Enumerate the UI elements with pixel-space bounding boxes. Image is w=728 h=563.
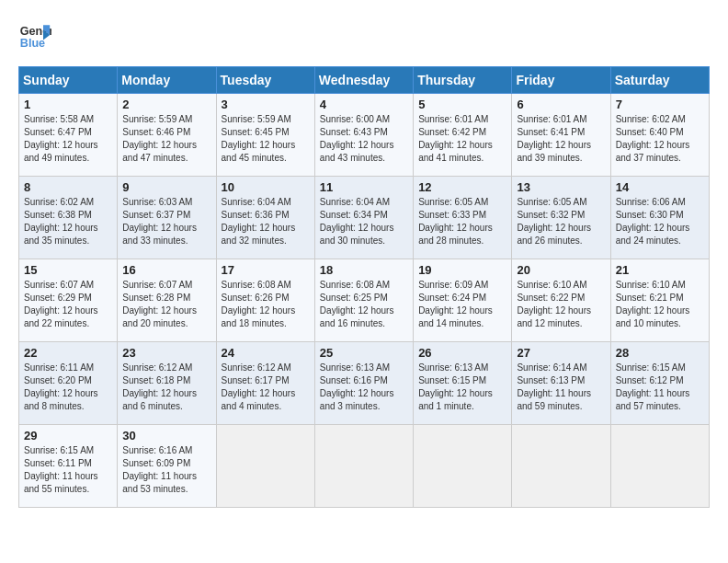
calendar-cell: 11Sunrise: 6:04 AMSunset: 6:34 PMDayligh… bbox=[314, 177, 413, 259]
calendar-cell: 3Sunrise: 5:59 AMSunset: 6:45 PMDaylight… bbox=[216, 94, 314, 177]
calendar-week-row: 22Sunrise: 6:11 AMSunset: 6:20 PMDayligh… bbox=[19, 342, 710, 425]
calendar-cell: 13Sunrise: 6:05 AMSunset: 6:32 PMDayligh… bbox=[512, 177, 610, 259]
day-number: 10 bbox=[222, 180, 310, 194]
day-info: Sunrise: 6:15 AMSunset: 6:12 PMDaylight:… bbox=[616, 362, 704, 413]
day-header-tuesday: Tuesday bbox=[216, 67, 314, 94]
calendar-cell: 12Sunrise: 6:05 AMSunset: 6:33 PMDayligh… bbox=[414, 177, 512, 259]
day-number: 14 bbox=[616, 180, 704, 194]
page-header: General Blue bbox=[18, 18, 710, 52]
calendar-cell: 16Sunrise: 6:07 AMSunset: 6:28 PMDayligh… bbox=[118, 259, 216, 342]
day-number: 19 bbox=[418, 263, 506, 277]
day-number: 12 bbox=[418, 180, 506, 194]
day-info: Sunrise: 6:08 AMSunset: 6:25 PMDaylight:… bbox=[320, 279, 408, 330]
calendar-cell bbox=[610, 425, 709, 508]
calendar-cell bbox=[216, 425, 314, 508]
day-info: Sunrise: 6:08 AMSunset: 6:26 PMDaylight:… bbox=[222, 279, 310, 330]
calendar-cell: 19Sunrise: 6:09 AMSunset: 6:24 PMDayligh… bbox=[414, 259, 512, 342]
day-info: Sunrise: 6:15 AMSunset: 6:11 PMDaylight:… bbox=[24, 444, 112, 496]
calendar-cell: 29Sunrise: 6:15 AMSunset: 6:11 PMDayligh… bbox=[19, 425, 118, 508]
calendar-cell: 8Sunrise: 6:02 AMSunset: 6:38 PMDaylight… bbox=[19, 177, 118, 259]
calendar-cell bbox=[414, 425, 512, 508]
day-number: 9 bbox=[122, 180, 210, 194]
day-number: 16 bbox=[122, 263, 210, 277]
calendar-header-row: SundayMondayTuesdayWednesdayThursdayFrid… bbox=[19, 67, 710, 94]
calendar-cell: 10Sunrise: 6:04 AMSunset: 6:36 PMDayligh… bbox=[216, 177, 314, 259]
calendar-cell: 21Sunrise: 6:10 AMSunset: 6:21 PMDayligh… bbox=[610, 259, 709, 342]
calendar-cell: 5Sunrise: 6:01 AMSunset: 6:42 PMDaylight… bbox=[414, 94, 512, 177]
day-info: Sunrise: 6:12 AMSunset: 6:17 PMDaylight:… bbox=[222, 362, 310, 413]
calendar-cell: 14Sunrise: 6:06 AMSunset: 6:30 PMDayligh… bbox=[610, 177, 709, 259]
day-header-thursday: Thursday bbox=[414, 67, 512, 94]
day-number: 6 bbox=[517, 98, 605, 111]
day-number: 27 bbox=[517, 346, 605, 360]
day-number: 3 bbox=[222, 98, 310, 111]
calendar-cell: 4Sunrise: 6:00 AMSunset: 6:43 PMDaylight… bbox=[314, 94, 413, 177]
day-number: 17 bbox=[222, 263, 310, 277]
day-info: Sunrise: 6:02 AMSunset: 6:38 PMDaylight:… bbox=[24, 196, 112, 247]
day-info: Sunrise: 5:59 AMSunset: 6:45 PMDaylight:… bbox=[222, 113, 310, 165]
day-info: Sunrise: 6:02 AMSunset: 6:40 PMDaylight:… bbox=[616, 113, 704, 165]
day-info: Sunrise: 5:58 AMSunset: 6:47 PMDaylight:… bbox=[24, 113, 112, 165]
day-info: Sunrise: 6:12 AMSunset: 6:18 PMDaylight:… bbox=[122, 362, 210, 413]
day-info: Sunrise: 6:05 AMSunset: 6:33 PMDaylight:… bbox=[418, 196, 506, 247]
logo-icon: General Blue bbox=[18, 18, 51, 52]
day-info: Sunrise: 6:10 AMSunset: 6:22 PMDaylight:… bbox=[517, 279, 605, 330]
day-info: Sunrise: 6:07 AMSunset: 6:28 PMDaylight:… bbox=[122, 279, 210, 330]
calendar-cell: 17Sunrise: 6:08 AMSunset: 6:26 PMDayligh… bbox=[216, 259, 314, 342]
day-number: 4 bbox=[320, 98, 408, 111]
day-info: Sunrise: 6:00 AMSunset: 6:43 PMDaylight:… bbox=[320, 113, 408, 165]
calendar-cell bbox=[512, 425, 610, 508]
day-header-friday: Friday bbox=[512, 67, 610, 94]
calendar-cell: 27Sunrise: 6:14 AMSunset: 6:13 PMDayligh… bbox=[512, 342, 610, 425]
calendar-cell: 28Sunrise: 6:15 AMSunset: 6:12 PMDayligh… bbox=[610, 342, 709, 425]
calendar-cell: 18Sunrise: 6:08 AMSunset: 6:25 PMDayligh… bbox=[314, 259, 413, 342]
day-info: Sunrise: 6:14 AMSunset: 6:13 PMDaylight:… bbox=[517, 362, 605, 413]
day-number: 21 bbox=[616, 263, 704, 277]
day-info: Sunrise: 5:59 AMSunset: 6:46 PMDaylight:… bbox=[122, 113, 210, 165]
day-number: 1 bbox=[24, 98, 112, 111]
calendar-cell: 2Sunrise: 5:59 AMSunset: 6:46 PMDaylight… bbox=[118, 94, 216, 177]
calendar-week-row: 8Sunrise: 6:02 AMSunset: 6:38 PMDaylight… bbox=[19, 177, 710, 259]
day-number: 7 bbox=[616, 98, 704, 111]
day-number: 2 bbox=[122, 98, 210, 111]
calendar-cell: 20Sunrise: 6:10 AMSunset: 6:22 PMDayligh… bbox=[512, 259, 610, 342]
day-number: 13 bbox=[517, 180, 605, 194]
day-number: 11 bbox=[320, 180, 408, 194]
calendar-week-row: 29Sunrise: 6:15 AMSunset: 6:11 PMDayligh… bbox=[19, 425, 710, 508]
day-info: Sunrise: 6:09 AMSunset: 6:24 PMDaylight:… bbox=[418, 279, 506, 330]
calendar-cell: 25Sunrise: 6:13 AMSunset: 6:16 PMDayligh… bbox=[314, 342, 413, 425]
svg-text:Blue: Blue bbox=[20, 37, 45, 50]
calendar-cell: 23Sunrise: 6:12 AMSunset: 6:18 PMDayligh… bbox=[118, 342, 216, 425]
day-info: Sunrise: 6:13 AMSunset: 6:16 PMDaylight:… bbox=[320, 362, 408, 413]
calendar-week-row: 1Sunrise: 5:58 AMSunset: 6:47 PMDaylight… bbox=[19, 94, 710, 177]
calendar-cell: 9Sunrise: 6:03 AMSunset: 6:37 PMDaylight… bbox=[118, 177, 216, 259]
day-info: Sunrise: 6:05 AMSunset: 6:32 PMDaylight:… bbox=[517, 196, 605, 247]
day-info: Sunrise: 6:03 AMSunset: 6:37 PMDaylight:… bbox=[122, 196, 210, 247]
day-number: 29 bbox=[24, 429, 112, 442]
calendar-table: SundayMondayTuesdayWednesdayThursdayFrid… bbox=[18, 66, 710, 508]
calendar-week-row: 15Sunrise: 6:07 AMSunset: 6:29 PMDayligh… bbox=[19, 259, 710, 342]
day-header-monday: Monday bbox=[118, 67, 216, 94]
day-number: 26 bbox=[418, 346, 506, 360]
day-number: 8 bbox=[24, 180, 112, 194]
day-info: Sunrise: 6:10 AMSunset: 6:21 PMDaylight:… bbox=[616, 279, 704, 330]
day-info: Sunrise: 6:11 AMSunset: 6:20 PMDaylight:… bbox=[24, 362, 112, 413]
day-header-sunday: Sunday bbox=[19, 67, 118, 94]
day-number: 15 bbox=[24, 263, 112, 277]
calendar-cell bbox=[314, 425, 413, 508]
day-info: Sunrise: 6:04 AMSunset: 6:36 PMDaylight:… bbox=[222, 196, 310, 247]
calendar-cell: 22Sunrise: 6:11 AMSunset: 6:20 PMDayligh… bbox=[19, 342, 118, 425]
day-number: 28 bbox=[616, 346, 704, 360]
day-number: 23 bbox=[122, 346, 210, 360]
day-info: Sunrise: 6:06 AMSunset: 6:30 PMDaylight:… bbox=[616, 196, 704, 247]
day-number: 30 bbox=[122, 429, 210, 442]
day-number: 18 bbox=[320, 263, 408, 277]
day-header-saturday: Saturday bbox=[610, 67, 709, 94]
day-number: 5 bbox=[418, 98, 506, 111]
day-info: Sunrise: 6:01 AMSunset: 6:41 PMDaylight:… bbox=[517, 113, 605, 165]
day-info: Sunrise: 6:04 AMSunset: 6:34 PMDaylight:… bbox=[320, 196, 408, 247]
day-number: 25 bbox=[320, 346, 408, 360]
day-info: Sunrise: 6:13 AMSunset: 6:15 PMDaylight:… bbox=[418, 362, 506, 413]
calendar-cell: 1Sunrise: 5:58 AMSunset: 6:47 PMDaylight… bbox=[19, 94, 118, 177]
day-number: 22 bbox=[24, 346, 112, 360]
